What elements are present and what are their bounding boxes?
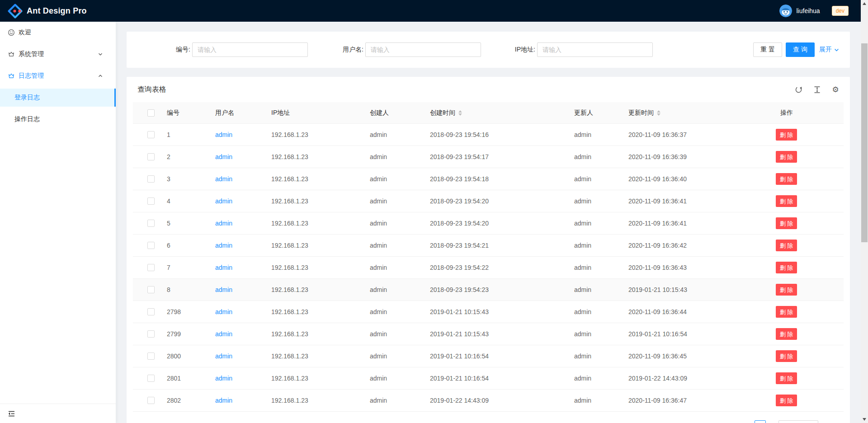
row-checkbox[interactable]: [147, 375, 155, 382]
table-cell: admin: [574, 175, 628, 183]
delete-button[interactable]: 删 除: [776, 395, 797, 406]
delete-button[interactable]: 删 除: [776, 195, 797, 207]
row-checkbox[interactable]: [147, 197, 155, 205]
table-cell: 192.168.1.23: [271, 352, 370, 360]
ip-input[interactable]: [537, 42, 653, 57]
sidebar-item-login-log[interactable]: 登录日志: [0, 89, 116, 107]
row-checkbox[interactable]: [147, 286, 155, 293]
username-link[interactable]: admin: [215, 397, 232, 404]
table-cell: [133, 352, 167, 360]
settings-icon[interactable]: ⚙: [831, 85, 840, 94]
username-link[interactable]: admin: [215, 286, 232, 293]
select-all-checkbox[interactable]: [147, 109, 155, 117]
sidebar-item-system-management[interactable]: 系统管理: [0, 45, 116, 63]
table-cell: 删 除: [776, 217, 844, 229]
expand-link[interactable]: 展开: [819, 46, 839, 54]
delete-button[interactable]: 删 除: [776, 262, 797, 273]
username-link[interactable]: admin: [215, 375, 232, 382]
table-cell: admin: [574, 131, 628, 138]
table-cell: [133, 330, 167, 338]
table-cell: 删 除: [776, 306, 844, 318]
row-checkbox[interactable]: [147, 220, 155, 227]
query-button[interactable]: 查 询: [786, 42, 815, 57]
table-cell: 删 除: [776, 173, 844, 185]
table-cell: 2019-01-21 10:15:43: [628, 286, 776, 293]
menu-fold-icon[interactable]: [8, 410, 15, 418]
username-link[interactable]: admin: [215, 153, 232, 160]
username-link[interactable]: admin: [215, 175, 232, 183]
row-checkbox[interactable]: [147, 175, 155, 183]
row-checkbox[interactable]: [147, 131, 155, 138]
username-link[interactable]: admin: [215, 352, 232, 360]
search-field-ip: IP地址:: [515, 42, 653, 57]
delete-button[interactable]: 删 除: [776, 151, 797, 163]
username-link[interactable]: admin: [215, 131, 232, 138]
table-body: 1admin192.168.1.23admin2018-09-23 19:54:…: [133, 124, 844, 412]
column-header: 创建人: [370, 109, 430, 117]
pagination-active-page[interactable]: [755, 420, 766, 423]
row-checkbox[interactable]: [147, 264, 155, 271]
row-checkbox[interactable]: [147, 330, 155, 338]
username-link[interactable]: admin: [215, 242, 232, 249]
column-height-icon[interactable]: [813, 85, 821, 94]
user-avatar[interactable]: [779, 5, 792, 17]
row-checkbox[interactable]: [147, 242, 155, 249]
table-row: 2admin192.168.1.23admin2018-09-23 19:54:…: [133, 146, 844, 168]
field-label: 编号:: [176, 46, 190, 54]
table-cell: [133, 197, 167, 205]
table-cell: admin: [215, 352, 271, 360]
page-size-select[interactable]: [778, 420, 818, 423]
sidebar-item-welcome[interactable]: 欢迎: [0, 24, 116, 42]
column-header-sortable[interactable]: 更新时间: [628, 109, 776, 117]
username-link[interactable]: admin: [215, 220, 232, 227]
table-cell: admin: [574, 264, 628, 271]
table-cell: admin: [574, 220, 628, 227]
delete-button[interactable]: 删 除: [776, 284, 797, 296]
scrollbar-thumb[interactable]: [861, 43, 868, 242]
delete-button[interactable]: 删 除: [776, 173, 797, 185]
chevron-down-icon: [834, 47, 839, 52]
sidebar-item-log-management[interactable]: 日志管理: [0, 67, 116, 85]
reload-icon[interactable]: [794, 85, 802, 94]
delete-button[interactable]: 删 除: [776, 217, 797, 229]
username-link[interactable]: admin: [215, 330, 232, 338]
table-cell: 2018-09-23 19:54:18: [430, 175, 574, 183]
crown-icon: [8, 72, 15, 80]
row-checkbox[interactable]: [147, 397, 155, 404]
column-header-sortable[interactable]: 创建时间: [430, 109, 574, 117]
chevron-down-icon: [98, 52, 103, 56]
table-cell: 删 除: [776, 151, 844, 163]
delete-button[interactable]: 删 除: [776, 328, 797, 340]
table-cell: 2020-11-09 16:36:44: [628, 308, 776, 315]
reset-button[interactable]: 重 置: [753, 42, 782, 57]
username-link[interactable]: admin: [215, 308, 232, 315]
delete-button[interactable]: 删 除: [776, 372, 797, 384]
table-row: 2802admin192.168.1.23admin2019-01-22 14:…: [133, 390, 844, 412]
delete-button[interactable]: 删 除: [776, 350, 797, 362]
id-input[interactable]: [192, 42, 308, 57]
table-row: 2800admin192.168.1.23admin2019-01-21 10:…: [133, 345, 844, 367]
username-link[interactable]: admin: [215, 197, 232, 205]
username-link[interactable]: admin: [215, 264, 232, 271]
table-row: 2799admin192.168.1.23admin2019-01-21 10:…: [133, 323, 844, 345]
row-checkbox[interactable]: [147, 153, 155, 160]
row-checkbox[interactable]: [147, 308, 155, 315]
sort-carets-icon[interactable]: [458, 110, 462, 116]
app-logo[interactable]: Ant Design Pro: [8, 4, 87, 19]
delete-button[interactable]: 删 除: [776, 129, 797, 141]
table-cell: admin: [370, 175, 430, 183]
sort-carets-icon[interactable]: [657, 110, 660, 116]
delete-button[interactable]: 删 除: [776, 240, 797, 251]
sidebar-item-operation-log[interactable]: 操作日志: [0, 110, 116, 128]
table-cell: 2018-09-23 19:54:23: [430, 286, 574, 293]
row-checkbox[interactable]: [147, 352, 155, 360]
vertical-scrollbar[interactable]: [861, 0, 868, 423]
env-badge: dev: [832, 6, 849, 16]
table-toolbar: ⚙: [794, 85, 840, 94]
delete-button[interactable]: 删 除: [776, 306, 797, 318]
main-content: 编号: 用户名: IP地址: 重 置 查 询 展开 查询表格: [116, 22, 861, 423]
username-input[interactable]: [365, 42, 481, 57]
scroll-up-arrow-icon[interactable]: [863, 2, 866, 5]
scroll-down-arrow-icon[interactable]: [863, 418, 866, 421]
table-cell: 删 除: [776, 195, 844, 207]
